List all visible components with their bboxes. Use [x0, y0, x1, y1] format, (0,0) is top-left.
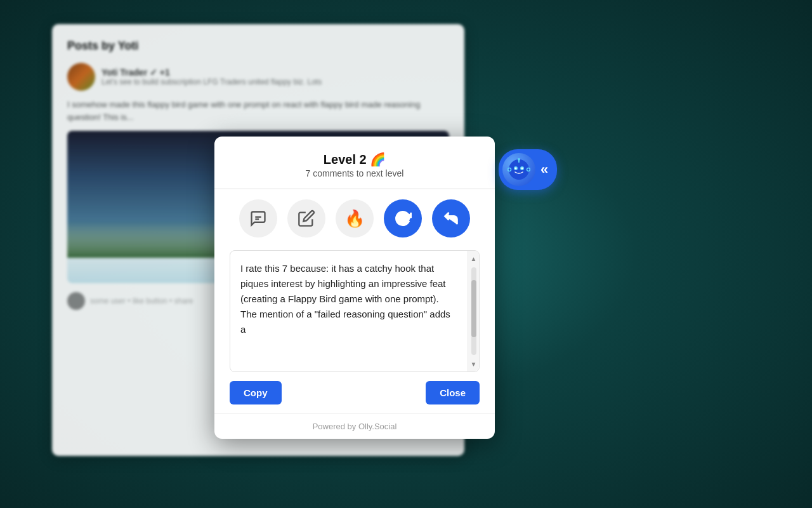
reply-icon — [442, 210, 460, 227]
refresh-icon-button[interactable] — [384, 199, 422, 237]
chat-icon-button[interactable] — [239, 199, 277, 237]
refresh-icon — [394, 210, 412, 227]
modal-subtitle: 7 comments to next level — [230, 168, 480, 178]
svg-point-6 — [521, 168, 523, 170]
scroll-track — [471, 267, 476, 355]
modal-header: Level 2 🌈 7 comments to next level — [230, 152, 480, 178]
chat-icon — [249, 210, 267, 227]
main-modal: Level 2 🌈 7 comments to next level 🔥 — [214, 137, 495, 439]
powered-by-text: Powered by Olly.Social — [214, 413, 495, 439]
bot-icon — [508, 158, 530, 181]
bg-post-sub: Let's see to build subscription LFG Trad… — [102, 77, 449, 86]
modal-title: Level 2 🌈 — [230, 152, 480, 167]
bg-post-text: I somehow made this flappy bird game wit… — [67, 98, 449, 123]
copy-button[interactable]: Copy — [230, 381, 282, 404]
svg-point-5 — [515, 168, 517, 170]
modal-divider — [214, 189, 495, 189]
scroll-thumb[interactable] — [471, 280, 476, 337]
bot-chevron: « — [540, 161, 548, 178]
bg-post-meta: Yoti Trader ✓ +1 Let's see to build subs… — [102, 67, 449, 86]
bg-bottom-text: some user • like button • share — [90, 297, 193, 305]
scrollbar[interactable]: ▲ ▼ — [468, 251, 479, 371]
bg-post-header: Yoti Trader ✓ +1 Let's see to build subs… — [67, 63, 449, 91]
bg-card-title: Posts by Yoti — [67, 39, 449, 53]
close-button[interactable]: Close — [426, 381, 480, 404]
fire-icon: 🔥 — [344, 209, 365, 229]
reply-icon-button[interactable] — [432, 199, 470, 237]
bot-avatar — [502, 153, 535, 186]
bg-avatar — [67, 63, 95, 91]
bot-button[interactable]: « — [499, 149, 557, 190]
edit-icon — [298, 210, 315, 227]
svg-point-8 — [518, 158, 520, 161]
edit-icon-button[interactable] — [287, 199, 325, 237]
fire-icon-button[interactable]: 🔥 — [336, 199, 374, 237]
textarea-container: I rate this 7 because: it has a catchy h… — [230, 250, 480, 372]
scroll-down-arrow[interactable]: ▼ — [468, 358, 479, 370]
modal-footer-buttons: Copy Close — [230, 381, 480, 413]
generated-text: I rate this 7 because: it has a catchy h… — [230, 251, 468, 371]
bg-post-name: Yoti Trader ✓ +1 — [102, 67, 449, 77]
scroll-up-arrow[interactable]: ▲ — [468, 252, 479, 265]
modal-icons: 🔥 — [230, 199, 480, 237]
bg-small-avatar — [67, 292, 85, 310]
